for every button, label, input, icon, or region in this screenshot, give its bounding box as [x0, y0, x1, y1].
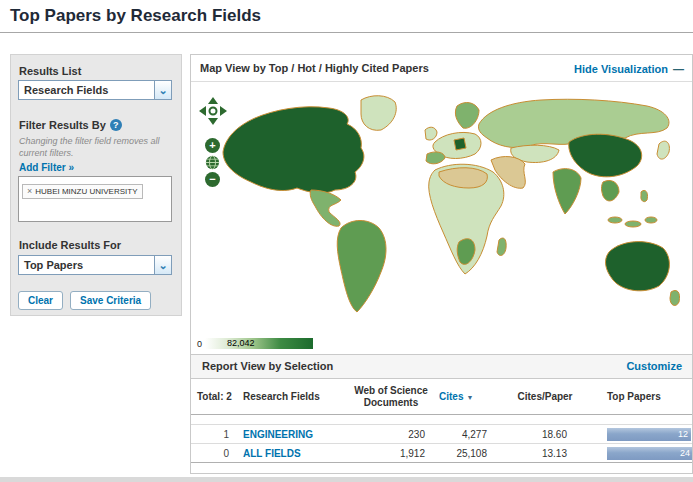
filter-tag-label: HUBEI MINZU UNIVERSITY — [35, 187, 137, 196]
top-papers-cell: 12 — [591, 428, 692, 441]
add-filter-link[interactable]: Add Filter » — [19, 162, 74, 173]
zoom-in-button[interactable]: + — [205, 138, 220, 153]
title-divider — [0, 32, 693, 33]
table-row: 1 ENGINEERING 230 4,277 18.60 12 — [191, 424, 692, 443]
hide-visualization-link[interactable]: Hide Visualization — [574, 63, 668, 75]
map-legend: 0 82,042 — [197, 338, 313, 349]
legend-min-label: 0 — [197, 339, 202, 349]
globe-button[interactable] — [205, 155, 220, 170]
column-header-cites-label: Cites — [439, 391, 463, 402]
row-cites: 4,277 — [437, 429, 499, 440]
table-row: 0 ALL FIELDS 1,912 25,108 13.13 24 — [191, 443, 692, 462]
sidebar: Results List Research Fields ⌄ Filter Re… — [10, 54, 182, 316]
research-field-link[interactable]: ENGINEERING — [243, 429, 313, 440]
top-papers-value: 12 — [678, 429, 688, 439]
clear-button[interactable]: Clear — [18, 291, 63, 310]
bottom-edge — [0, 477, 693, 482]
results-list-label: Results List — [19, 65, 81, 77]
map-view-title: Map View by Top / Hot / Highly Cited Pap… — [200, 55, 429, 82]
legend-gradient: 82,042 — [205, 338, 313, 349]
filter-by-row: Filter Results By ? — [19, 119, 122, 131]
chevron-down-icon[interactable]: ⌄ — [154, 81, 171, 99]
help-icon[interactable]: ? — [110, 119, 122, 131]
report-table: Total: 2 Research Fields Web of Science … — [191, 379, 692, 473]
sort-desc-icon: ▼ — [466, 394, 473, 401]
row-cites-per-paper: 18.60 — [499, 429, 591, 440]
table-header-row: Total: 2 Research Fields Web of Science … — [191, 379, 692, 415]
filter-tags-box: × HUBEI MINZU UNIVERSITY — [18, 176, 172, 222]
page-title: Top Papers by Research Fields — [10, 6, 261, 26]
row-documents: 230 — [345, 429, 437, 440]
report-view-title: Report View by Selection — [202, 355, 333, 378]
row-rank: 1 — [191, 429, 241, 440]
filter-note: Changing the filter field removes all cu… — [19, 136, 171, 159]
column-header-top-papers[interactable]: Top Papers — [591, 391, 692, 402]
map-area: + − 0 82,042 — [191, 82, 692, 354]
filter-by-label: Filter Results By — [19, 119, 106, 131]
top-papers-value: 24 — [680, 448, 690, 458]
pan-control[interactable] — [198, 96, 228, 126]
include-results-dropdown[interactable]: Top Papers ⌄ — [18, 255, 172, 275]
row-cites-per-paper: 13.13 — [499, 448, 591, 459]
table-rows: 1 ENGINEERING 230 4,277 18.60 12 0 — [191, 424, 692, 463]
map-header-actions: Hide Visualization — — [574, 55, 684, 82]
customize-link[interactable]: Customize — [626, 355, 682, 378]
row-documents: 1,912 — [345, 448, 437, 459]
sidebar-buttons: Clear Save Criteria — [18, 291, 151, 310]
column-header-research-fields[interactable]: Research Fields — [241, 391, 345, 402]
total-count-label: Total: 2 — [191, 391, 241, 402]
include-results-label: Include Results For — [19, 239, 121, 251]
column-header-documents[interactable]: Web of Science Documents — [345, 385, 437, 409]
row-rank: 0 — [191, 448, 241, 459]
row-cites: 25,108 — [437, 448, 499, 459]
include-results-value: Top Papers — [19, 259, 83, 271]
report-view-header: Report View by Selection Customize — [191, 354, 692, 379]
legend-max-label: 82,042 — [227, 338, 255, 349]
top-papers-cell: 24 — [591, 447, 692, 460]
world-map[interactable] — [211, 90, 685, 326]
esi-top-papers-page: Top Papers by Research Fields Results Li… — [0, 0, 693, 482]
results-list-dropdown[interactable]: Research Fields ⌄ — [18, 80, 172, 100]
research-field-link[interactable]: ALL FIELDS — [243, 448, 301, 459]
top-papers-bar: 12 — [607, 428, 691, 441]
row-field-cell: ALL FIELDS — [241, 448, 345, 459]
map-view-header: Map View by Top / Hot / Highly Cited Pap… — [191, 55, 692, 82]
row-field-cell: ENGINEERING — [241, 429, 345, 440]
chevron-down-icon[interactable]: ⌄ — [154, 256, 171, 274]
collapse-icon[interactable]: — — [673, 63, 684, 75]
column-header-cites[interactable]: Cites▼ — [437, 391, 499, 402]
top-papers-bar: 24 — [607, 447, 692, 460]
column-header-cites-per-paper[interactable]: Cites/Paper — [499, 391, 591, 403]
zoom-out-button[interactable]: − — [205, 172, 220, 187]
results-list-value: Research Fields — [19, 84, 108, 96]
save-criteria-button[interactable]: Save Criteria — [70, 291, 151, 310]
remove-icon[interactable]: × — [27, 187, 32, 195]
filter-tag[interactable]: × HUBEI MINZU UNIVERSITY — [22, 184, 143, 199]
main-panel: Map View by Top / Hot / Highly Cited Pap… — [190, 54, 693, 474]
